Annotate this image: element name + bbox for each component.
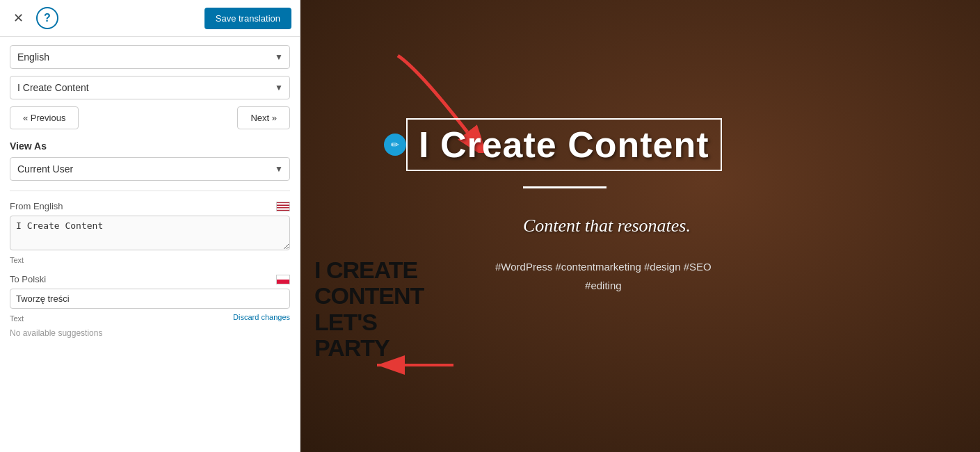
save-translation-button[interactable]: Save translation [204, 8, 291, 29]
edit-pencil-badge[interactable]: ✏ [384, 134, 406, 156]
flag-us-icon [276, 202, 290, 211]
from-label: From English [10, 201, 63, 211]
source-type-tag: Text [10, 256, 290, 264]
suggestions-text: No available suggestions [10, 328, 290, 338]
source-text-area[interactable]: I Create Content [10, 216, 290, 250]
nav-buttons: « Previous Next » [10, 106, 290, 129]
preview-tagline: Content that resonates. [523, 216, 691, 236]
tshirt-text: I CREATE CONTENT LET'S PARTY [314, 257, 424, 362]
title-box-wrapper: ✏ I Create Content [384, 118, 722, 171]
to-label-row: To Polski [10, 274, 290, 284]
view-as-select[interactable]: Current User [10, 157, 290, 181]
tshirt-line1: I CREATE [314, 257, 424, 283]
top-bar: ✕ ? Save translation [0, 0, 300, 37]
flag-pl-icon [276, 275, 290, 284]
help-button[interactable]: ? [36, 7, 58, 29]
title-highlight-box: I Create Content [406, 118, 722, 171]
translation-meta-row: Text Discard changes [10, 312, 290, 323]
tshirt-line2: CONTENT [314, 283, 424, 309]
view-as-select-wrapper: Current User ▼ [10, 157, 290, 181]
language-select-wrapper: English ▼ [10, 45, 290, 69]
close-button[interactable]: ✕ [8, 8, 28, 28]
white-underline [523, 186, 607, 188]
content-select-wrapper: I Create Content ▼ [10, 76, 290, 99]
left-panel: ✕ ? Save translation English ▼ I Create … [0, 0, 300, 452]
input-red-arrow [370, 355, 453, 378]
tshirt-line3: LET'S [314, 309, 424, 335]
content-select[interactable]: I Create Content [10, 76, 290, 99]
preview-hashtags: #WordPress #contentmarketing #design #SE… [495, 257, 712, 295]
view-as-label: View As [10, 140, 290, 152]
language-select[interactable]: English [10, 45, 290, 69]
panel-body: English ▼ I Create Content ▼ « Previous … [0, 37, 300, 452]
discard-changes-link[interactable]: Discard changes [233, 313, 290, 321]
translation-type-tag: Text [10, 314, 24, 323]
hashtags-line2: #editing [495, 276, 712, 295]
pencil-icon: ✏ [391, 139, 399, 150]
preview-title: I Create Content [419, 124, 709, 165]
from-label-row: From English [10, 201, 290, 211]
hashtags-line1: #WordPress #contentmarketing #design #SE… [495, 257, 712, 276]
right-panel: I CREATE CONTENT LET'S PARTY ✏ I Create … [300, 0, 980, 452]
translation-input[interactable] [10, 289, 290, 309]
divider [10, 191, 290, 191]
previous-button[interactable]: « Previous [10, 106, 79, 129]
to-label: To Polski [10, 274, 46, 284]
next-button[interactable]: Next » [237, 106, 290, 129]
help-icon: ? [44, 12, 51, 24]
